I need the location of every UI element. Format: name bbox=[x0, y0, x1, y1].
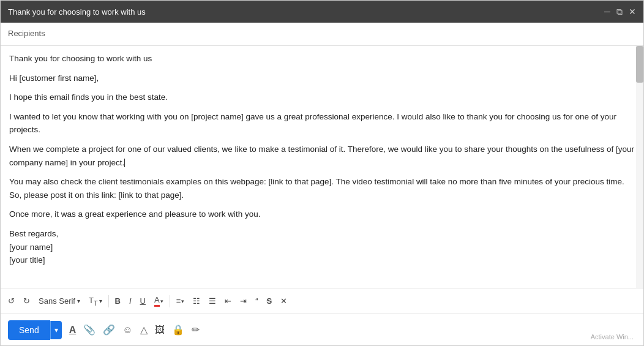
font-color-label: A bbox=[154, 295, 160, 307]
separator-1 bbox=[108, 295, 109, 307]
emoji-icon: ☺ bbox=[122, 325, 132, 335]
separator-2 bbox=[170, 295, 170, 307]
email-compose-window: Thank you for choosing to work with us ─… bbox=[0, 0, 644, 346]
heading-icon: TT bbox=[89, 296, 98, 307]
color-dropdown-icon: ▾ bbox=[160, 298, 163, 304]
font-family-selector[interactable]: Sans Serif ▾ bbox=[35, 294, 84, 308]
text-cursor bbox=[124, 159, 125, 167]
send-dropdown-button[interactable]: ▾ bbox=[50, 321, 62, 339]
undo-button[interactable]: ↺ bbox=[4, 294, 18, 308]
font-size-dropdown-icon: ▾ bbox=[99, 298, 102, 304]
quote-icon: “ bbox=[255, 296, 258, 306]
formatting-toolbar: ↺ ↻ Sans Serif ▾ TT ▾ B I U A ▾ ≡ ▾ ☷ ☰ … bbox=[1, 288, 643, 314]
recipients-bar[interactable]: Recipients bbox=[1, 23, 643, 46]
window-title: Thank you for choosing to work with us bbox=[8, 7, 146, 17]
closing-line: Once more, it was a great experience and… bbox=[9, 208, 635, 221]
align-button[interactable]: ≡ ▾ bbox=[173, 294, 189, 308]
indent-increase-button[interactable]: ⇥ bbox=[236, 294, 250, 308]
title-bar: Thank you for choosing to work with us ─… bbox=[1, 1, 643, 23]
regards-line: Best regards, [your name] [your title] bbox=[9, 227, 635, 267]
bold-button[interactable]: B bbox=[111, 294, 124, 308]
link-icon: 🔗 bbox=[103, 325, 115, 335]
clear-format-button[interactable]: ✕ bbox=[277, 294, 291, 308]
email-body-area[interactable]: Thank you for choosing to work with us H… bbox=[1, 46, 643, 288]
lock-button[interactable]: 🔒 bbox=[170, 322, 187, 338]
photo-icon: 🖼 bbox=[155, 325, 165, 335]
indent-increase-icon: ⇥ bbox=[240, 296, 247, 306]
emoji-button[interactable]: ☺ bbox=[120, 322, 135, 338]
italic-button[interactable]: I bbox=[125, 294, 135, 308]
greeting-line: Hi [customer first name], bbox=[9, 72, 635, 85]
scrollbar-thumb[interactable] bbox=[636, 46, 643, 83]
photo-button[interactable]: 🖼 bbox=[152, 322, 167, 338]
send-dropdown-icon: ▾ bbox=[54, 326, 58, 334]
close-button[interactable]: ✕ bbox=[629, 7, 636, 17]
font-name-label: Sans Serif bbox=[39, 296, 75, 306]
opening-line: I hope this email finds you in the best … bbox=[9, 91, 635, 104]
more-options-button[interactable]: ✏ bbox=[189, 322, 202, 338]
align-dropdown-icon: ▾ bbox=[181, 298, 184, 304]
align-icon: ≡ bbox=[176, 296, 181, 306]
drive-button[interactable]: △ bbox=[138, 322, 150, 338]
indent-decrease-button[interactable]: ⇤ bbox=[221, 294, 235, 308]
minimize-button[interactable]: ─ bbox=[604, 7, 610, 17]
numbered-list-button[interactable]: ☷ bbox=[189, 294, 204, 308]
bullet-list-button[interactable]: ☰ bbox=[205, 294, 220, 308]
font-dropdown-icon: ▾ bbox=[77, 298, 80, 304]
font-color-button[interactable]: A ▾ bbox=[151, 293, 167, 309]
attach-icon: 📎 bbox=[83, 325, 95, 335]
underline-button[interactable]: U bbox=[137, 294, 149, 308]
formatting-button[interactable]: A bbox=[67, 322, 79, 338]
scrollbar-track[interactable] bbox=[636, 46, 643, 288]
numbered-list-icon: ☷ bbox=[193, 296, 200, 306]
clear-format-icon: ✕ bbox=[280, 296, 287, 306]
link-button[interactable]: 🔗 bbox=[100, 322, 118, 338]
strikethrough-icon: S bbox=[267, 296, 272, 306]
send-button-group: Send ▾ bbox=[8, 320, 62, 340]
body-line-1: I wanted to let you know that working wi… bbox=[9, 110, 635, 137]
body-line-2: When we complete a project for one of ou… bbox=[9, 143, 635, 169]
quote-button[interactable]: “ bbox=[252, 294, 261, 308]
body-line-3: You may also check the client testimonia… bbox=[9, 175, 635, 201]
more-options-icon: ✏ bbox=[192, 325, 200, 335]
redo-button[interactable]: ↻ bbox=[20, 294, 34, 308]
send-button[interactable]: Send bbox=[8, 320, 50, 340]
restore-button[interactable]: ⧉ bbox=[616, 7, 623, 17]
drive-icon: △ bbox=[140, 325, 148, 335]
bullet-list-icon: ☰ bbox=[209, 296, 216, 306]
recipients-label: Recipients bbox=[8, 29, 45, 38]
subject-line: Thank you for choosing to work with us bbox=[9, 52, 635, 66]
font-size-selector[interactable]: TT ▾ bbox=[85, 293, 106, 309]
activate-windows-text: Activate Win... bbox=[591, 333, 634, 340]
attach-button[interactable]: 📎 bbox=[81, 322, 98, 338]
lock-icon: 🔒 bbox=[172, 325, 184, 335]
title-bar-controls: ─ ⧉ ✕ bbox=[604, 7, 636, 17]
send-toolbar: Send ▾ A 📎 🔗 ☺ △ 🖼 bbox=[1, 314, 643, 345]
indent-decrease-icon: ⇤ bbox=[225, 296, 231, 306]
strikethrough-button[interactable]: S bbox=[263, 294, 276, 308]
formatting-icon: A bbox=[69, 325, 77, 335]
send-toolbar-icons: A 📎 🔗 ☺ △ 🖼 🔒 ✏ bbox=[67, 322, 202, 338]
